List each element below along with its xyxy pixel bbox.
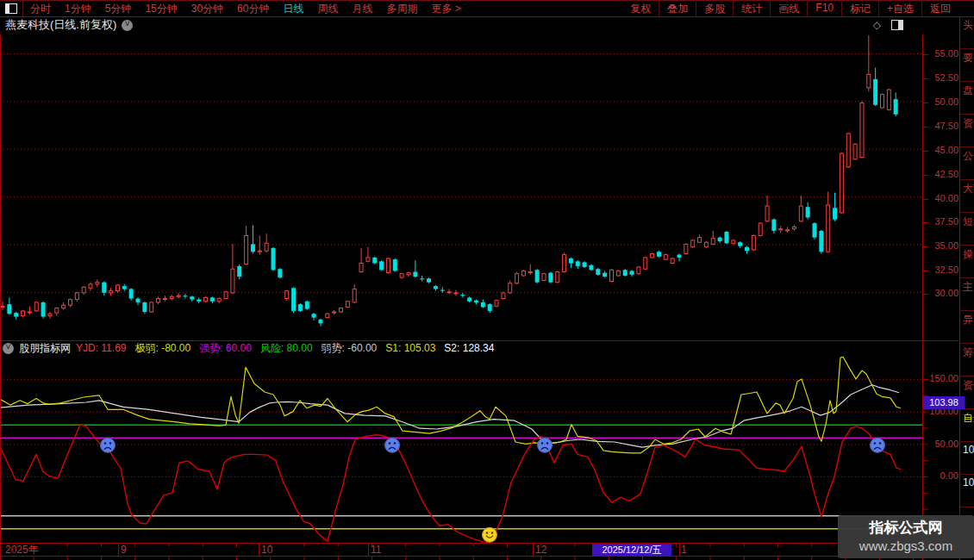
candle [393,258,397,271]
time-axis-label: 12 [535,544,546,555]
trading-app-window: { "toolbar": { "window_icon": "split-pan… [0,0,974,560]
price-axis-label: 45.00 [927,146,958,155]
candle [305,301,309,310]
action-返回[interactable]: 返回 [921,2,958,16]
action-叠加[interactable]: 叠加 [659,2,696,16]
candle [846,133,850,168]
sidebar-item[interactable]: 盘口 [960,82,974,115]
action-统计[interactable]: 统计 [733,2,770,16]
candle [298,303,303,312]
sidebar-item[interactable]: 短线 [960,213,974,246]
action-F10[interactable]: F10 [807,2,841,16]
period-tab-分时[interactable]: 分时 [23,2,58,16]
period-tab-60分钟[interactable]: 60分钟 [230,2,276,16]
action-标记[interactable]: 标记 [841,2,878,16]
sidebar-item[interactable]: 异动 [960,311,974,344]
candle [170,295,173,301]
time-axis-marks [34,544,914,560]
action-复权[interactable]: 复权 [622,2,659,16]
chevron-down-circle-icon[interactable]: ˅ [122,20,133,31]
toolbar-actions: 复权叠加多股统计画线F10标记+自选返回 [622,2,958,16]
period-tab-30分钟[interactable]: 30分钟 [184,2,230,16]
candle [630,270,634,277]
period-tabs: 分时1分钟5分钟15分钟30分钟60分钟日线周线月线多周期更多 > [23,2,468,16]
period-tab-多周期[interactable]: 多周期 [379,2,424,16]
candle [353,284,356,303]
candle [745,246,749,254]
candle [535,269,540,283]
action-多股[interactable]: 多股 [696,2,733,16]
period-tab-日线[interactable]: 日线 [276,2,310,16]
indicator-axis-label: 50.00 [927,439,958,449]
period-tab-15分钟[interactable]: 15分钟 [138,2,184,16]
period-tab-1分钟[interactable]: 1分钟 [58,2,98,16]
candle [711,231,715,246]
window-panel-icon[interactable] [0,2,23,16]
candle [502,292,505,300]
candle [28,306,31,314]
line-S1 [0,357,901,453]
sidebar-item[interactable]: 102 [960,475,974,507]
candle [217,297,221,303]
candle [610,269,614,282]
candle [603,271,607,277]
sidebar-item[interactable]: 资讯 [960,115,974,147]
sidebar-item[interactable]: 101 [960,442,974,475]
candle [420,276,424,282]
price-axis-label: 50.00 [927,97,958,107]
indicator-field: 风险: 80.00 [260,342,313,354]
candle [278,268,282,278]
period-tab-5分钟[interactable]: 5分钟 [98,2,139,16]
period-tab-月线[interactable]: 月线 [345,2,379,16]
sidebar-item[interactable]: 主力 [960,278,974,311]
candle [623,269,627,277]
candle [509,280,512,293]
candle [272,247,276,271]
candle [413,260,417,277]
indicator-gridlines [0,379,922,476]
candle [515,272,519,284]
chart-canvas[interactable] [0,0,974,560]
happy-face-icon [483,527,497,542]
candle [833,193,837,221]
indicator-lines [0,357,901,543]
candle [150,302,153,313]
candle [651,252,654,258]
sidebar-item[interactable]: 头条 [960,16,974,49]
candle [41,302,46,319]
sidebar-item[interactable]: 自选 [960,409,974,442]
diamond-icon[interactable]: ◇ [873,19,881,31]
line-YJD [0,425,901,543]
candle [434,285,438,291]
candle [644,257,647,270]
watermark: 指标公式网 www.zbgs3.com [838,515,974,558]
right-sidebar-strip: 头条要闻盘口资讯公告大事短线操盘主力异动筹码资金自选101102 [959,16,974,560]
sidebar-item[interactable]: 要闻 [960,49,974,82]
indicator-values: YJD: 11.69极弱: -80.00强势: 60.00风险: 80.00弱势… [76,341,503,356]
collapse-indicator-icon[interactable]: ˅ [3,343,14,354]
indicator-source[interactable]: 股朋指标网 [19,341,71,356]
sidebar-item[interactable]: 筹码 [960,344,974,376]
candle [245,226,248,264]
candle [237,264,241,280]
indicator-value-badge: 103.98 [923,396,965,409]
candle [867,35,871,91]
candle [759,222,762,237]
candle [400,273,403,279]
candle [129,288,134,300]
time-axis-label: 10 [261,544,272,555]
split-view-icon[interactable] [891,20,903,30]
action-+自选[interactable]: +自选 [878,2,921,16]
candle [894,92,898,116]
period-tab-更多 >[interactable]: 更多 > [424,2,467,16]
period-tab-周线[interactable]: 周线 [310,2,345,16]
action-画线[interactable]: 画线 [770,2,807,16]
price-axis-label: 47.50 [927,121,958,131]
candle [231,244,234,294]
candle [386,258,390,274]
sidebar-item[interactable]: 操盘 [960,246,974,278]
candle [55,307,59,315]
candle [792,225,796,231]
sidebar-item[interactable]: 大事 [960,180,974,213]
sidebar-item[interactable]: 公告 [960,147,974,180]
